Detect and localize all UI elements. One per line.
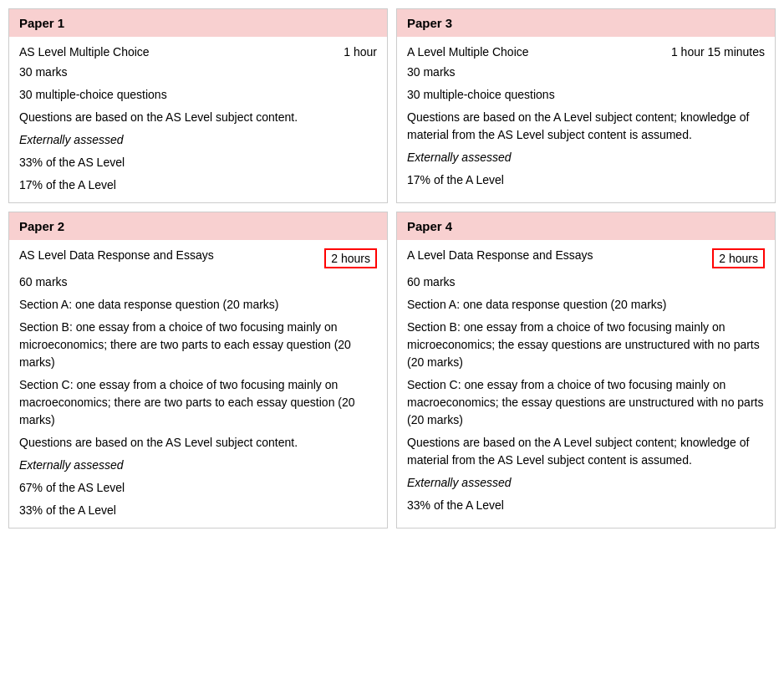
paper-card-paper2: Paper 2AS Level Data Response and Essays… [8,212,388,528]
paper4-title-row: A Level Data Response and Essays2 hours [407,248,765,268]
paper3-questions: 30 multiple-choice questions [407,86,765,104]
paper1-marks: 30 marks [19,64,377,81]
paper3-marks: 30 marks [407,64,765,81]
paper1-body: AS Level Multiple Choice1 hour30 marks30… [9,37,387,202]
paper1-description: Questions are based on the AS Level subj… [19,109,377,126]
paper3-description: Questions are based on the A Level subje… [407,109,765,144]
paper2-description: Questions are based on the AS Level subj… [19,434,377,452]
paper2-assessment: Externally assessed [19,457,377,474]
paper4-section-b: Section B: one essay from a choice of tw… [407,319,765,371]
paper1-percentage1: 33% of the AS Level [19,154,377,171]
paper2-section-a: Section A: one data response question (2… [19,296,377,314]
paper1-percentage2: 17% of the A Level [19,176,377,194]
paper2-percentage2: 33% of the A Level [19,502,377,519]
paper4-section-a: Section A: one data response question (2… [407,296,765,314]
paper4-marks: 60 marks [407,273,765,291]
paper1-duration: 1 hour [344,45,377,59]
paper3-body: A Level Multiple Choice1 hour 15 minutes… [397,37,775,197]
paper2-marks: 60 marks [19,273,377,291]
paper2-percentage1: 67% of the AS Level [19,479,377,497]
paper3-duration: 1 hour 15 minutes [671,45,765,59]
paper4-description: Questions are based on the A Level subje… [407,434,765,469]
paper-card-paper4: Paper 4A Level Data Response and Essays2… [396,212,776,528]
paper-card-paper3: Paper 3A Level Multiple Choice1 hour 15 … [396,8,776,203]
paper4-body: A Level Data Response and Essays2 hours6… [397,240,775,523]
paper4-percentage1: 33% of the A Level [407,497,765,514]
paper3-header: Paper 3 [397,9,775,37]
paper2-duration: 2 hours [324,248,377,268]
paper-card-paper1: Paper 1AS Level Multiple Choice1 hour30 … [8,8,388,203]
paper2-title-row: AS Level Data Response and Essays2 hours [19,248,377,268]
paper3-assessment: Externally assessed [407,149,765,166]
paper2-section-b: Section B: one essay from a choice of tw… [19,319,377,371]
paper1-questions: 30 multiple-choice questions [19,86,377,104]
paper4-assessment: Externally assessed [407,474,765,492]
papers-grid: Paper 1AS Level Multiple Choice1 hour30 … [8,8,776,528]
paper1-assessment: Externally assessed [19,131,377,149]
paper3-subject: A Level Multiple Choice [407,45,663,59]
paper3-percentage1: 17% of the A Level [407,171,765,189]
paper2-header: Paper 2 [9,212,387,240]
paper4-duration: 2 hours [712,248,765,268]
paper2-subject: AS Level Data Response and Essays [19,248,316,262]
paper1-subject: AS Level Multiple Choice [19,45,335,59]
paper1-title-row: AS Level Multiple Choice1 hour [19,45,377,59]
paper1-header: Paper 1 [9,9,387,37]
paper3-title-row: A Level Multiple Choice1 hour 15 minutes [407,45,765,59]
paper4-subject: A Level Data Response and Essays [407,248,704,262]
paper2-body: AS Level Data Response and Essays2 hours… [9,240,387,528]
paper4-section-c: Section C: one essay from a choice of tw… [407,376,765,429]
paper2-section-c: Section C: one essay from a choice of tw… [19,376,377,429]
paper4-header: Paper 4 [397,212,775,240]
